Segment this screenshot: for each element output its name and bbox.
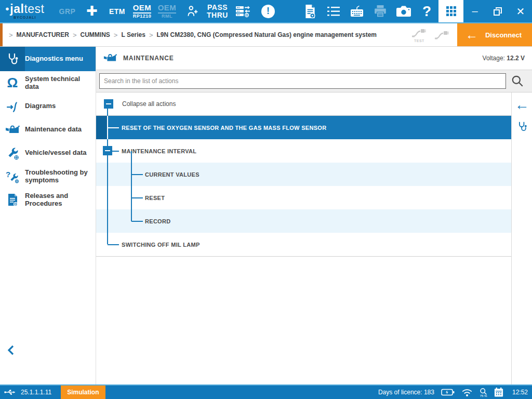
tree-item-reset[interactable]: RESET xyxy=(96,186,511,209)
calendar-icon xyxy=(494,388,503,397)
tree-item-reset-oxygen-sensor[interactable]: RESET OF THE OXYGEN SENSOR AND THE GAS M… xyxy=(96,116,511,139)
search-input[interactable] xyxy=(99,73,506,89)
main-panel: MAINTENANCE Voltage: 12.2 V Collapse a xyxy=(96,47,532,384)
wifi-icon xyxy=(461,388,473,397)
tree-line xyxy=(131,151,132,221)
print-icon[interactable] xyxy=(368,0,392,22)
voltage-indicator: Voltage: 12.2 V xyxy=(483,55,525,62)
chevron-right-icon: > xyxy=(73,31,77,39)
breadcrumb-item-cummins[interactable]: CUMMINS xyxy=(81,31,110,38)
actions-list: Collapse all actions RESET OF THE OXYGEN… xyxy=(96,92,511,384)
toolbar-right: ? – ✕ xyxy=(298,0,532,22)
restore-window-button[interactable] xyxy=(486,0,509,22)
breadcrumb: > MANUFACTURER > CUMMINS > L Series > L9… xyxy=(3,31,377,39)
list-icon[interactable] xyxy=(322,0,345,22)
toolbar-left: ●jaltest BYCOJALI GRP ✚ ETM OEM RP1210 O… xyxy=(0,0,280,22)
zoom-level-icon: 75 % xyxy=(480,388,487,397)
sidebar-item-releases-procedures[interactable]: Releases and Procedures xyxy=(0,188,96,211)
tree-item-maintenance-interval[interactable]: MAINTENANCE INTERVAL xyxy=(96,139,511,163)
help-icon[interactable]: ? xyxy=(415,0,438,22)
usb-icon xyxy=(4,389,16,396)
titlebar: ●jaltest BYCOJALI GRP ✚ ETM OEM RP1210 O… xyxy=(0,0,532,23)
tree-line xyxy=(107,116,108,139)
connection-icons: TEST xyxy=(411,28,457,43)
status-bar: 25.1.1.1.11 Simulation Days of licence: … xyxy=(0,384,532,399)
collapse-all-checkbox[interactable] xyxy=(104,99,113,109)
alert-icon[interactable]: ! xyxy=(257,0,280,22)
chevron-right-icon: > xyxy=(9,31,13,39)
etm-button[interactable]: ETM xyxy=(106,0,129,22)
apps-grid-icon[interactable] xyxy=(438,0,463,22)
wiring-diagram-icon xyxy=(0,95,25,118)
stethoscope-icon xyxy=(0,47,25,71)
battery-icon xyxy=(441,388,455,396)
tree-item-current-values[interactable]: CURRENT VALUES xyxy=(96,163,511,186)
minimize-button[interactable]: – xyxy=(463,0,486,22)
sidebar-collapse-chevron-icon[interactable] xyxy=(6,344,17,356)
stethoscope-icon[interactable] xyxy=(516,121,528,133)
report-preview-icon[interactable] xyxy=(298,0,322,22)
chevron-right-icon: > xyxy=(114,31,118,39)
chevron-right-icon: > xyxy=(149,31,153,39)
licence-days: Days of licence: 183 xyxy=(378,389,434,396)
search-bar xyxy=(96,70,532,92)
clock-time: 12:52 xyxy=(512,389,528,396)
breadcrumb-item-manufacturer[interactable]: MANUFACTURER xyxy=(17,31,69,38)
sidebar-item-diagnostics-menu[interactable]: Diagnostics menu xyxy=(0,47,96,71)
breadcrumb-item-system[interactable]: L9N CM2380, CNG (Compressed Natural Gas)… xyxy=(157,31,377,38)
passthru-button[interactable]: PASS THRU xyxy=(206,0,229,22)
logo-test: test xyxy=(24,2,44,16)
disconnect-button[interactable]: ← Disconnect xyxy=(457,23,532,46)
plus-icon[interactable]: ✚ xyxy=(81,0,104,22)
question-wrench-icon: ? xyxy=(0,165,25,188)
wrench-icon xyxy=(0,141,25,165)
logo-bycojali: BYCOJALI xyxy=(14,16,36,19)
sidebar: Diagnostics menu Ω System technical data… xyxy=(0,47,96,384)
keyboard-icon[interactable] xyxy=(345,0,368,22)
system-test-icon: TEST xyxy=(411,28,427,43)
sidebar-item-troubleshooting[interactable]: ? Troubleshooting by symptoms xyxy=(0,165,96,188)
oil-can-icon xyxy=(0,118,25,141)
logo-jal: jal xyxy=(10,2,24,16)
right-rail: ← xyxy=(511,92,532,384)
connection-ip: 25.1.1.1.11 xyxy=(21,389,51,396)
cable-connect-icon xyxy=(434,29,450,41)
content-area: Collapse all actions RESET OF THE OXYGEN… xyxy=(96,92,532,384)
collapse-all-row[interactable]: Collapse all actions xyxy=(96,92,511,116)
search-icon[interactable] xyxy=(506,74,529,88)
tree-item-switching-off-mil-lamp[interactable]: SWITCHING OFF MIL LAMP xyxy=(96,233,511,256)
oem-rml-button[interactable]: OEM RML xyxy=(156,0,179,22)
back-arrow-icon[interactable]: ← xyxy=(515,98,529,112)
actions-tree: Collapse all actions RESET OF THE OXYGEN… xyxy=(96,92,511,257)
tree-item-record[interactable]: RECORD xyxy=(96,209,511,233)
back-arrow-icon: ← xyxy=(466,29,478,41)
oem-rp1210-button[interactable]: OEM RP1210 xyxy=(131,0,154,22)
section-header: MAINTENANCE Voltage: 12.2 V xyxy=(96,47,532,70)
zoom-level-value: 75 % xyxy=(480,394,487,397)
omega-icon: Ω xyxy=(0,71,25,95)
sidebar-item-diagrams[interactable]: Diagrams xyxy=(0,95,96,118)
oil-can-icon xyxy=(103,52,117,64)
jaltest-app: ●jaltest BYCOJALI GRP ✚ ETM OEM RP1210 O… xyxy=(0,0,532,399)
grp-button[interactable]: GRP xyxy=(56,0,79,22)
logo-dot: ● xyxy=(5,5,9,12)
sidebar-item-maintenance-data[interactable]: Maintenance data xyxy=(0,118,96,141)
maintenance-interval-collapse-checkbox[interactable] xyxy=(103,146,112,155)
breadcrumb-item-l-series[interactable]: L Series xyxy=(121,31,145,38)
releases-document-icon xyxy=(0,188,25,211)
sidebar-item-vehicle-vessel-data[interactable]: Vehicle/vessel data xyxy=(0,141,96,165)
person-plus-icon[interactable] xyxy=(181,0,204,22)
breadcrumb-bar: > MANUFACTURER > CUMMINS > L Series > L9… xyxy=(0,23,532,47)
simulation-badge: Simulation xyxy=(61,385,105,399)
status-left: 25.1.1.1.11 Simulation xyxy=(0,385,105,399)
svg-text:?: ? xyxy=(6,170,10,179)
jaltest-logo: ●jaltest BYCOJALI xyxy=(5,3,45,19)
server-network-icon[interactable] xyxy=(231,0,255,22)
page-title: MAINTENANCE xyxy=(123,55,174,62)
sidebar-item-system-technical-data[interactable]: Ω System technical data xyxy=(0,71,96,95)
status-right: Days of licence: 183 75 % xyxy=(378,385,532,399)
screenshot-camera-icon[interactable] xyxy=(392,0,415,22)
workspace: Diagnostics menu Ω System technical data… xyxy=(0,47,532,384)
close-button[interactable]: ✕ xyxy=(509,0,532,22)
